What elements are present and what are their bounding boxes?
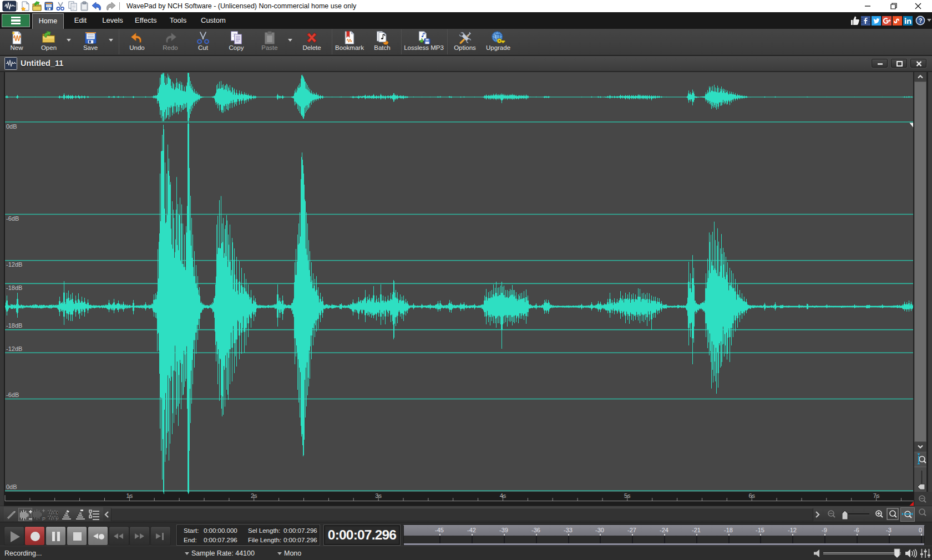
svg-text:5s: 5s — [624, 492, 631, 499]
svg-text:-6dB: -6dB — [6, 391, 19, 398]
svg-text:7s: 7s — [873, 492, 880, 499]
svg-text:-18dB: -18dB — [6, 284, 22, 291]
svg-text:-12dB: -12dB — [6, 345, 22, 352]
svg-text:P: P — [56, 517, 59, 521]
svg-text:3s: 3s — [375, 492, 382, 499]
svg-text:-12dB: -12dB — [6, 261, 22, 268]
svg-text:1s: 1s — [126, 492, 133, 499]
svg-text:0dB: 0dB — [6, 483, 17, 490]
svg-text:0dB: 0dB — [6, 123, 17, 130]
svg-text:2s: 2s — [251, 492, 257, 499]
svg-text:-18dB: -18dB — [6, 322, 22, 329]
svg-text:6s: 6s — [748, 492, 755, 499]
svg-text:-6dB: -6dB — [6, 215, 19, 222]
svg-text:P: P — [42, 516, 45, 521]
svg-text:?: ? — [919, 17, 923, 24]
svg-text:L: L — [56, 511, 58, 515]
svg-text:4s: 4s — [500, 492, 506, 499]
